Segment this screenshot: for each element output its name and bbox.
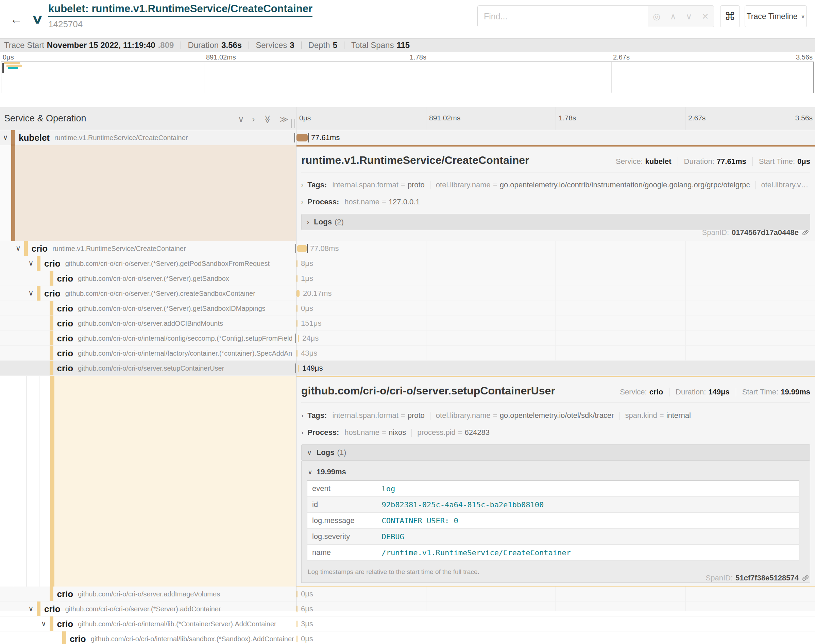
span-duration-bar[interactable] [297, 606, 297, 612]
span-row[interactable]: ∨criogithub.com/cri-o/cri-o/server.(*Ser… [0, 601, 815, 616]
log-field-value: CONTAINER USER: 0 [377, 513, 800, 529]
keyboard-shortcuts-button[interactable]: ⌘ [720, 5, 740, 27]
link-icon[interactable] [801, 228, 810, 237]
minimap-gridline [204, 62, 204, 93]
chevron-right-icon[interactable]: › [301, 412, 303, 419]
span-duration-bar[interactable] [297, 320, 297, 327]
tags-label[interactable]: Tags: [307, 411, 327, 420]
span-duration-bar[interactable] [297, 305, 297, 312]
prev-result-icon[interactable]: ∧ [670, 12, 676, 21]
chevron-right-icon[interactable]: › [301, 181, 303, 189]
tags-label[interactable]: Tags: [307, 181, 327, 189]
span-row[interactable]: ∨criogithub.com/cri-o/cri-o/internal/lib… [0, 616, 815, 632]
span-row[interactable]: criogithub.com/cri-o/cri-o/server.addIma… [0, 587, 815, 601]
axis-tick: 891.02ms [429, 114, 460, 122]
chevron-down-icon[interactable]: ∨ [40, 619, 48, 628]
collapse-one-icon[interactable]: ∨ [238, 115, 244, 124]
chevron-down-icon[interactable]: ∨ [26, 259, 35, 267]
process-label[interactable]: Process: [307, 198, 339, 206]
minimap-canvas[interactable] [1, 61, 813, 93]
jaeger-trace-page: ← ∨ kubelet: runtime.v1.RuntimeService/C… [0, 0, 815, 644]
trace-view-select[interactable]: Trace Timeline ∨ [745, 5, 807, 27]
equals-sign: = [493, 411, 498, 420]
chevron-down-icon[interactable]: ∨ [1, 133, 10, 141]
span-duration-label: 0μs [301, 304, 313, 313]
tag-value: proto [408, 181, 425, 189]
span-detail-row: github.com/cri-o/cri-o/server.setupConta… [0, 376, 815, 587]
span-row[interactable]: criogithub.com/cri-o/cri-o/internal/lib/… [0, 632, 815, 644]
log-field-key: log.severity [307, 529, 377, 545]
operation-name: github.com/cri-o/cri-o/server.(*Server).… [65, 290, 255, 297]
span-name: criogithub.com/cri-o/cri-o/server.(*Serv… [57, 301, 265, 316]
span-duration-bar[interactable] [297, 245, 307, 252]
tag-key: internal.span.format [332, 181, 398, 189]
process-label[interactable]: Process: [307, 428, 339, 437]
span-row[interactable]: ∨kubeletruntime.v1.RuntimeService/Create… [0, 130, 815, 145]
back-arrow-icon[interactable]: ← [8, 10, 25, 28]
span-row[interactable]: criogithub.com/cri-o/cri-o/server.(*Serv… [0, 271, 815, 286]
operation-name: github.com/cri-o/cri-o/internal/config/s… [78, 334, 291, 342]
span-duration-label: 8μs [301, 259, 313, 268]
locate-icon[interactable]: ◎ [653, 12, 660, 21]
span-id-label: SpanID: [706, 573, 733, 583]
tag-value: 624283 [465, 428, 490, 437]
span-name: crioruntime.v1.RuntimeService/CreateCont… [32, 241, 186, 256]
logs-section-header[interactable]: ∨ Logs (1) [301, 445, 810, 461]
span-duration-bar[interactable] [297, 134, 308, 141]
span-row[interactable]: criogithub.com/cri-o/cri-o/server.setupC… [0, 361, 815, 376]
expand-all-icon[interactable]: ≫ [280, 115, 288, 124]
log-entry-header[interactable]: ∨ 19.99ms [308, 468, 804, 476]
tag-kv: host.name=127.0.0.1 [345, 198, 420, 206]
expand-one-icon[interactable]: › [252, 115, 255, 124]
span-duration-bar[interactable] [297, 590, 297, 597]
span-name: criogithub.com/cri-o/cri-o/internal/conf… [57, 331, 292, 346]
span-row[interactable]: criogithub.com/cri-o/cri-o/server.addOCI… [0, 316, 815, 331]
span-row[interactable]: criogithub.com/cri-o/cri-o/server.(*Serv… [0, 301, 815, 316]
span-row[interactable]: ∨criogithub.com/cri-o/cri-o/server.(*Ser… [0, 286, 815, 301]
span-row[interactable]: ∨criogithub.com/cri-o/cri-o/server.(*Ser… [0, 256, 815, 271]
chevron-right-icon[interactable]: › [301, 198, 303, 206]
tag-kv: otel.library.name=go.opentelemetry.io/ot… [436, 411, 614, 420]
log-field-key: log.message [307, 513, 377, 529]
divider [301, 403, 810, 403]
chevron-down-icon[interactable]: ∨ [26, 604, 35, 613]
tag-key: otel.library.name [436, 411, 491, 420]
logs-count: (1) [337, 448, 346, 457]
minimap-span [4, 62, 20, 64]
span-detail-meta: Service:kubelet Duration:77.61ms Start T… [616, 157, 810, 166]
collapse-all-icon[interactable]: ≫ [262, 115, 272, 123]
span-duration-bar[interactable] [297, 635, 297, 642]
gridline [556, 107, 556, 130]
divider [181, 41, 181, 49]
find-input[interactable] [478, 6, 648, 27]
clear-search-icon[interactable]: ✕ [702, 12, 709, 21]
minimap-span [18, 65, 22, 67]
chevron-right-icon[interactable]: › [301, 429, 303, 436]
chevron-down-icon[interactable]: ∨ [14, 244, 23, 252]
span-name: criogithub.com/cri-o/cri-o/server.(*Serv… [44, 601, 221, 616]
span-row[interactable]: ∨crioruntime.v1.RuntimeService/CreateCon… [0, 241, 815, 256]
span-duration-bar[interactable] [297, 260, 297, 267]
chevron-down-icon[interactable]: ∨ [26, 289, 35, 297]
log-field-row: log.severityDEBUG [307, 529, 800, 545]
trace-title-link[interactable]: kubelet: runtime.v1.RuntimeService/Creat… [48, 3, 313, 17]
summary-item: Trace StartNovember 15 2022, 11:19:40.80… [4, 40, 174, 50]
logs-section-header[interactable]: › Logs (2) [301, 214, 810, 230]
minimap-drag-handle[interactable] [2, 63, 4, 73]
span-row[interactable]: criogithub.com/cri-o/cri-o/internal/conf… [0, 331, 815, 346]
log-field-value: /runtime.v1.RuntimeService/CreateContain… [377, 545, 800, 561]
span-duration-bar[interactable] [297, 350, 297, 357]
span-duration-bar[interactable] [298, 335, 299, 342]
span-duration-bar[interactable] [298, 365, 299, 372]
collapse-header-chevron-icon[interactable]: ∨ [31, 12, 44, 26]
tag-key: span.kind [625, 411, 657, 420]
span-duration-bar[interactable] [297, 621, 297, 627]
tags-row: › Tags: internal.span.format=protootel.l… [301, 181, 810, 189]
span-duration-bar[interactable] [297, 275, 297, 282]
divider [411, 429, 412, 437]
link-icon[interactable] [801, 574, 810, 582]
column-resize-handle[interactable] [291, 120, 295, 128]
next-result-icon[interactable]: ∨ [686, 12, 692, 21]
span-duration-bar[interactable] [297, 290, 300, 297]
span-row[interactable]: criogithub.com/cri-o/cri-o/internal/fact… [0, 346, 815, 361]
